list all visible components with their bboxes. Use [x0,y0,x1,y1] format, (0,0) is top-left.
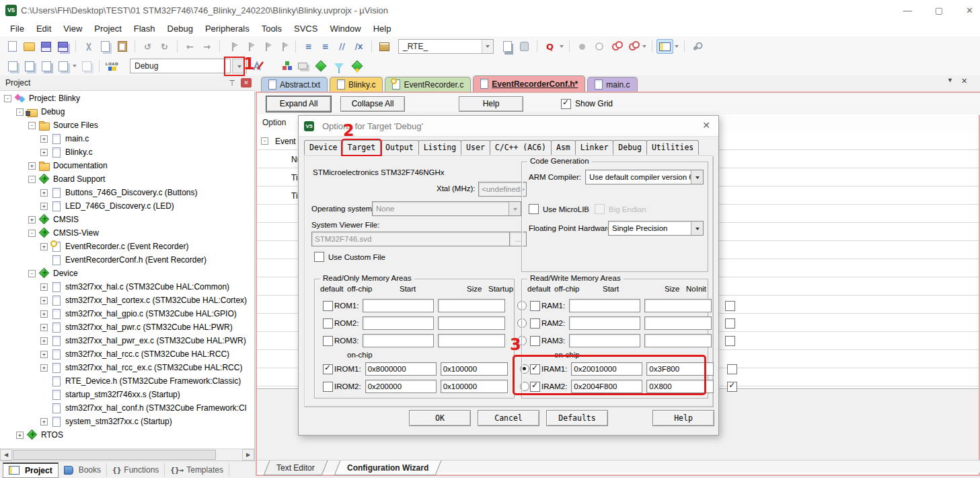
iram-start-input[interactable] [571,362,642,376]
horizontal-scrollbar[interactable]: ◀ ▶ [0,448,254,460]
editor-mode-tab[interactable]: Configuration Wizard [334,460,441,475]
rom-size-input[interactable] [438,316,505,330]
load-application-icon[interactable]: LOAD [104,59,120,73]
translate-icon[interactable] [4,59,21,73]
collapse-all-button[interactable]: Collapse All [340,96,405,112]
rebuild-icon[interactable] [38,59,54,73]
save-icon[interactable] [38,39,54,54]
copy-icon[interactable] [97,39,114,54]
tree-row[interactable]: - Project: Blinky [0,92,254,105]
menu-item[interactable]: Project [88,22,127,35]
tree-expander[interactable]: - [28,270,36,277]
tree-expander[interactable]: + [40,135,48,143]
tab-list-dropdown-icon[interactable]: ▼ [947,77,953,86]
show-grid-checkbox[interactable] [561,99,571,109]
navigate-back-icon[interactable]: ← [182,39,198,54]
configure-rte-icon[interactable] [376,39,393,54]
menu-item[interactable]: View [57,22,88,35]
stop-build-icon[interactable] [78,59,95,73]
tree-expander[interactable]: + [40,310,48,318]
tree-row[interactable]: + stm32f7xx_hal_gpio.c (STM32Cube HAL:GP… [0,307,254,320]
rte-dropdown-arrow[interactable] [482,40,493,53]
tree-expander[interactable]: - [28,176,36,183]
maximize-button[interactable]: ▢ [935,5,943,15]
ram-default-checkbox[interactable] [530,336,540,346]
tree-row[interactable]: - Debug [0,105,254,118]
pack-installer-icon[interactable] [348,59,365,73]
rte-combobox[interactable]: _RTE_ [398,39,494,54]
wrench-icon[interactable] [689,39,706,54]
document-tab[interactable]: Abstract.txt [261,77,328,92]
tree-row[interactable]: EventRecorderConf.h (Event Recorder) [0,253,254,267]
bookmark-prev-icon[interactable] [258,39,274,54]
scrollbar-thumb[interactable] [13,450,216,460]
save-all-icon[interactable] [54,39,71,54]
ram-noinit-checkbox[interactable] [725,336,735,346]
help-button-dialog[interactable]: Help [652,410,714,426]
document-tab[interactable]: EventRecorderConf.h* [473,75,585,92]
tree-row[interactable]: + stm32f7xx_hal_pwr_ex.c (STM32Cube HAL:… [0,334,254,347]
rom-size-input[interactable] [438,334,505,347]
outdent-icon[interactable]: ≡ [300,39,317,54]
tree-row[interactable]: RTE_Device.h (STM32Cube Framework:Classi… [0,374,254,388]
editor-mode-tab[interactable]: Text Editor [264,460,328,475]
breakpoint-icon[interactable] [574,39,591,54]
dialog-tab[interactable]: Listing [418,140,461,155]
select-packs-icon[interactable] [330,59,347,73]
tree-row[interactable]: + system_stm32f7xx.c (Startup) [0,415,254,428]
ram-start-input[interactable] [569,299,640,312]
file-extensions-icon[interactable] [294,59,311,73]
irom-size-input[interactable] [441,380,508,393]
tree-expander[interactable]: + [40,418,48,425]
tree-row[interactable]: + Blinky.c [0,145,254,159]
batch-build-icon[interactable] [54,59,71,73]
cut-icon[interactable] [80,39,97,54]
ram-size-input[interactable] [644,334,712,347]
breakpoint-kill-all-icon[interactable] [624,39,641,54]
rom-default-checkbox[interactable] [323,336,333,346]
build-icon[interactable] [21,59,38,73]
cancel-button[interactable]: Cancel [478,410,539,426]
scroll-right-arrow[interactable]: ▶ [242,449,254,460]
comment-icon[interactable]: // [334,39,350,54]
menu-item[interactable]: Edit [30,22,57,35]
iram-default-checkbox[interactable] [530,382,540,392]
tree-row[interactable]: + stm32f7xx_hal_pwr.c (STM32Cube HAL:PWR… [0,320,254,334]
tree-row[interactable]: + CMSIS [0,213,254,226]
indent-icon[interactable]: ≡ [317,39,334,54]
iram-size-input[interactable] [646,380,714,393]
rom-start-input[interactable] [363,316,434,330]
tree-row[interactable]: + EventRecorder.c (Event Recorder) [0,240,254,253]
tree-row[interactable]: + LED_746G_Discovery.c (LED) [0,199,254,213]
tree-expander[interactable]: + [40,283,48,291]
irom-default-checkbox[interactable] [323,364,333,374]
tree-expander[interactable]: + [40,337,48,345]
tree-row[interactable]: + stm32f7xx_hal_rcc.c (STM32Cube HAL:RCC… [0,347,254,361]
iram-size-input[interactable] [646,362,714,376]
tree-expander[interactable]: - [4,95,11,102]
uncomment-icon[interactable]: /x [350,39,367,54]
bookmark-next-icon[interactable] [241,39,258,54]
use-microlib-checkbox[interactable] [529,204,539,214]
document-close-icon[interactable]: ✕ [961,77,967,86]
paste-icon[interactable] [114,39,130,54]
tree-row[interactable]: - Board Support [0,172,254,186]
iram-default-checkbox[interactable] [530,364,540,374]
tree-expander[interactable]: - [16,108,24,116]
ram-size-input[interactable] [644,299,712,312]
minimize-button[interactable]: — [903,5,912,15]
iram-noinit-checkbox[interactable] [727,382,737,392]
tree-expander[interactable]: + [40,351,48,358]
new-file-icon[interactable] [4,39,21,54]
irom-default-checkbox[interactable] [323,382,333,392]
menu-item[interactable]: Help [367,22,398,35]
tree-row[interactable]: - CMSIS-View [0,226,254,240]
tree-expander[interactable]: + [40,324,48,331]
dialog-tab[interactable]: Target [342,140,381,155]
tree-expander[interactable]: + [40,297,48,304]
ram-size-input[interactable] [644,316,712,330]
tree-expander[interactable]: + [16,432,24,439]
redo-icon[interactable]: ↻ [156,39,173,54]
dialog-tab[interactable]: C/C++ (AC6) [490,140,552,155]
breakpoint-disable-icon[interactable] [591,39,607,54]
